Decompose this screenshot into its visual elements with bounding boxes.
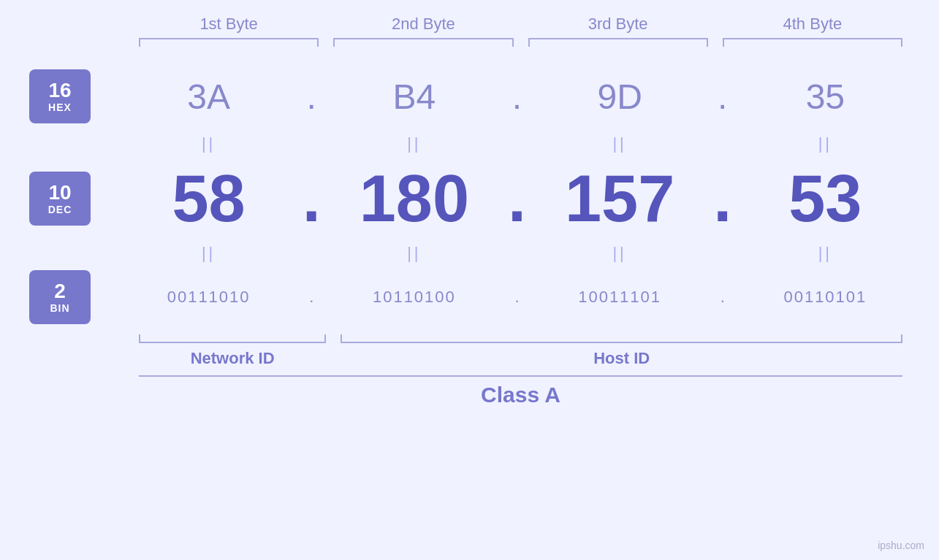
eq-2: || — [330, 134, 498, 153]
class-bracket-line — [139, 375, 902, 377]
hex-values: 3A . B4 . 9D . 35 — [124, 64, 910, 129]
bottom-labels: Network ID Host ID — [132, 349, 910, 368]
bin-badge-wrapper: 2 BIN — [29, 270, 124, 324]
hex-badge: 16 HEX — [29, 69, 91, 123]
bin-row: 2 BIN 00111010 . 10110100 . 10011101 . 0… — [29, 268, 910, 326]
hex-dot-1: . — [293, 77, 330, 117]
dec-badge-wrapper: 10 DEC — [29, 172, 124, 226]
bottom-brackets — [132, 330, 910, 343]
dec-byte-1: 58 — [124, 166, 293, 231]
hex-base-num: 16 — [48, 80, 71, 102]
hex-badge-wrapper: 16 HEX — [29, 69, 124, 123]
equals-row-2: || || || || — [29, 239, 910, 268]
bin-base-name: BIN — [50, 302, 69, 314]
dec-values: 58 . 180 . 157 . 53 — [124, 158, 910, 239]
bracket-4 — [723, 38, 902, 53]
bin-base-num: 2 — [54, 280, 66, 303]
bin-dot-2: . — [499, 288, 536, 307]
bottom-section: Network ID Host ID — [29, 330, 910, 368]
dec-row: 10 DEC 58 . 180 . 157 . 53 — [29, 158, 910, 239]
eq-3: || — [536, 134, 704, 153]
byte-header-3: 3rd Byte — [521, 15, 715, 38]
bin-byte-3: 10011101 — [536, 288, 704, 307]
dec-byte-4: 53 — [741, 166, 910, 231]
eq-6: || — [330, 244, 498, 263]
hex-byte-3: 9D — [536, 77, 704, 117]
bin-byte-2: 10110100 — [330, 288, 498, 307]
hex-byte-4: 35 — [741, 77, 910, 117]
bin-byte-1: 00111010 — [124, 288, 293, 307]
eq-1: || — [124, 134, 293, 153]
equals-symbols-1: || || || || — [124, 129, 910, 158]
hex-base-name: HEX — [48, 101, 72, 113]
hex-row: 16 HEX 3A . B4 . 9D . 35 — [29, 64, 910, 129]
dec-byte-2: 180 — [330, 166, 498, 231]
dec-badge: 10 DEC — [29, 172, 91, 226]
eq-8: || — [741, 244, 910, 263]
eq-7: || — [536, 244, 704, 263]
dec-base-name: DEC — [48, 204, 72, 215]
bracket-1 — [139, 38, 319, 53]
dec-dot-3: . — [704, 166, 741, 231]
watermark: ipshu.com — [878, 540, 924, 551]
hex-dot-2: . — [499, 77, 536, 117]
top-brackets — [29, 38, 910, 53]
byte-header-2: 2nd Byte — [326, 15, 520, 38]
bin-badge: 2 BIN — [29, 270, 91, 324]
dec-dot-2: . — [499, 166, 536, 231]
eq-5: || — [124, 244, 293, 263]
class-row: Class A — [29, 375, 910, 407]
bin-values: 00111010 . 10110100 . 10011101 . 0011010… — [124, 268, 910, 326]
bin-dot-1: . — [293, 288, 330, 307]
dec-byte-3: 157 — [536, 166, 704, 231]
equals-symbols-2: || || || || — [124, 239, 910, 268]
class-label: Class A — [132, 383, 910, 407]
main-container: 1st Byte 2nd Byte 3rd Byte 4th Byte 16 H… — [0, 0, 939, 560]
byte-headers: 1st Byte 2nd Byte 3rd Byte 4th Byte — [29, 15, 910, 38]
host-bracket — [341, 330, 902, 343]
byte-header-1: 1st Byte — [132, 15, 326, 38]
hex-dot-3: . — [704, 77, 741, 117]
bin-byte-4: 00110101 — [741, 288, 910, 307]
bracket-3 — [528, 38, 708, 53]
hex-byte-2: B4 — [330, 77, 498, 117]
eq-4: || — [741, 134, 910, 153]
dec-dot-1: . — [293, 166, 330, 231]
dec-base-num: 10 — [48, 182, 71, 204]
hex-byte-1: 3A — [124, 77, 293, 117]
bin-dot-3: . — [704, 288, 741, 307]
host-id-label: Host ID — [341, 349, 902, 368]
network-id-label: Network ID — [139, 349, 326, 368]
byte-header-4: 4th Byte — [715, 15, 910, 38]
bracket-2 — [333, 38, 513, 53]
equals-row-1: || || || || — [29, 129, 910, 158]
network-bracket — [139, 330, 326, 343]
